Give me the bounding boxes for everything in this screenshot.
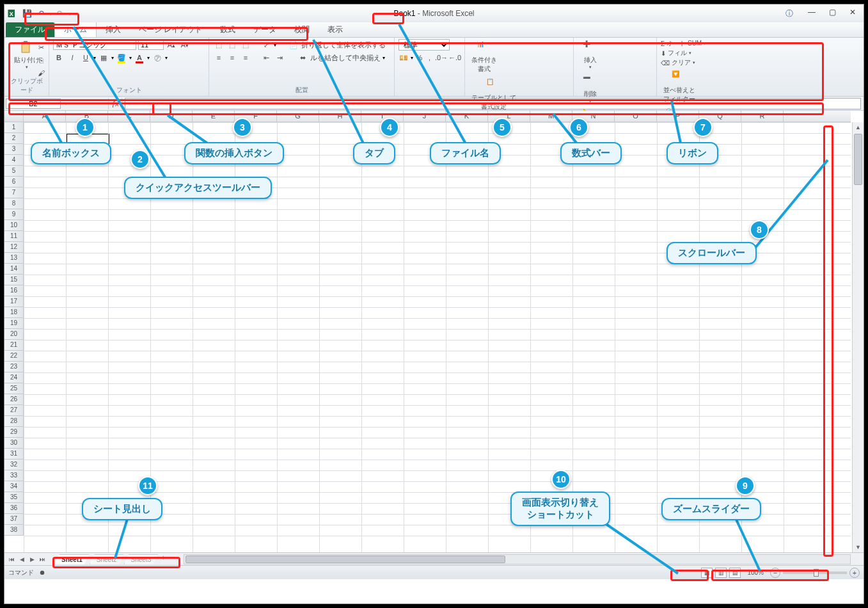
align-middle-icon[interactable]: ⬚ bbox=[226, 39, 238, 51]
bold-icon[interactable]: B bbox=[53, 52, 65, 63]
column-header[interactable]: O bbox=[615, 111, 657, 122]
border-icon[interactable]: ▦ bbox=[98, 52, 109, 63]
row-header[interactable]: 35 bbox=[4, 492, 23, 503]
redo-icon[interactable]: ↷ bbox=[54, 8, 66, 19]
view-pagelayout-button[interactable]: ▥ bbox=[715, 568, 727, 578]
sheet-nav-first[interactable]: ⏮ bbox=[7, 555, 16, 564]
row-header[interactable]: 2 bbox=[4, 133, 23, 144]
row-header[interactable]: 28 bbox=[4, 416, 23, 427]
autosum-button[interactable]: Σ オート SUM ▾ bbox=[661, 39, 706, 48]
column-header[interactable]: G bbox=[277, 111, 319, 122]
row-header[interactable]: 3 bbox=[4, 144, 23, 155]
row-header[interactable]: 32 bbox=[4, 460, 23, 470]
wrap-text-icon[interactable]: 📄 bbox=[288, 39, 299, 51]
row-header[interactable]: 20 bbox=[4, 329, 23, 340]
font-color-icon[interactable]: A bbox=[134, 52, 145, 63]
insert-cells-button[interactable]: ➕挿入▾ bbox=[578, 39, 603, 71]
row-header[interactable]: 23 bbox=[4, 362, 23, 372]
close-button[interactable]: ✕ bbox=[843, 6, 862, 19]
row-header[interactable]: 6 bbox=[4, 177, 23, 188]
row-header[interactable]: 37 bbox=[4, 514, 23, 525]
tab-pagelayout[interactable]: ページ レイアウト bbox=[130, 22, 211, 37]
font-name-select[interactable] bbox=[53, 40, 136, 50]
row-header[interactable]: 21 bbox=[4, 340, 23, 351]
format-as-table-button[interactable]: 📋テーブルとして 書式設定 bbox=[469, 77, 519, 113]
name-box[interactable] bbox=[6, 99, 61, 109]
maximize-button[interactable]: ▢ bbox=[823, 6, 842, 19]
zoom-out-button[interactable]: − bbox=[770, 568, 780, 578]
column-header[interactable]: C bbox=[108, 111, 150, 122]
tab-formulas[interactable]: 数式 bbox=[211, 22, 244, 37]
sheet-tab[interactable]: Sheet3 bbox=[124, 554, 159, 564]
row-header[interactable]: 27 bbox=[4, 405, 23, 416]
zoom-percent[interactable]: 100% bbox=[747, 569, 764, 576]
select-all-corner[interactable] bbox=[4, 111, 24, 122]
view-pagebreak-button[interactable]: ▤ bbox=[729, 568, 741, 578]
vscroll-thumb[interactable] bbox=[854, 134, 862, 185]
row-header[interactable]: 18 bbox=[4, 307, 23, 318]
decrease-font-icon[interactable]: A▾ bbox=[179, 39, 191, 51]
underline-icon[interactable]: U bbox=[80, 52, 91, 63]
tab-insert[interactable]: 挿入 bbox=[97, 22, 130, 37]
sheet-tab[interactable]: Sheet2 bbox=[90, 554, 124, 564]
row-header[interactable]: 4 bbox=[4, 155, 23, 166]
macro-record-icon[interactable]: ⏺ bbox=[39, 569, 45, 576]
increase-decimal-icon[interactable]: .0→ bbox=[436, 52, 447, 63]
cut-icon[interactable]: ✂ bbox=[35, 42, 47, 53]
column-header[interactable]: A bbox=[24, 111, 66, 122]
zoom-handle[interactable] bbox=[814, 569, 819, 577]
sort-filter-button[interactable]: 🔽並べ替えと フィルター bbox=[661, 69, 698, 105]
orientation-icon[interactable]: ⤢ bbox=[260, 39, 272, 51]
row-header[interactable]: 30 bbox=[4, 438, 23, 449]
row-header[interactable]: 1 bbox=[4, 122, 23, 133]
ruby-icon[interactable]: ㋐ bbox=[152, 52, 163, 63]
column-header[interactable]: M bbox=[530, 111, 572, 122]
align-left-icon[interactable]: ≡ bbox=[213, 52, 225, 63]
row-header[interactable]: 8 bbox=[4, 198, 23, 209]
row-header[interactable]: 11 bbox=[4, 231, 23, 242]
row-header[interactable]: 10 bbox=[4, 220, 23, 231]
tab-view[interactable]: 表示 bbox=[319, 22, 352, 37]
row-header[interactable]: 33 bbox=[4, 470, 23, 481]
save-icon[interactable]: 💾 bbox=[21, 8, 33, 19]
sheet-nav-prev[interactable]: ◀ bbox=[17, 555, 26, 564]
undo-icon[interactable]: ↶ bbox=[35, 8, 47, 19]
sheet-tab[interactable]: Sheet1 bbox=[54, 554, 90, 564]
row-header[interactable]: 29 bbox=[4, 427, 23, 438]
row-header[interactable]: 14 bbox=[4, 264, 23, 275]
column-header[interactable]: R bbox=[741, 111, 784, 122]
row-header[interactable]: 19 bbox=[4, 318, 23, 329]
italic-icon[interactable]: I bbox=[67, 52, 78, 63]
row-header[interactable]: 13 bbox=[4, 253, 23, 264]
increase-font-icon[interactable]: A▴ bbox=[166, 39, 177, 51]
row-header[interactable]: 36 bbox=[4, 503, 23, 514]
font-size-select[interactable] bbox=[138, 40, 164, 50]
row-header[interactable]: 34 bbox=[4, 481, 23, 492]
tab-review[interactable]: 校閲 bbox=[285, 22, 319, 37]
align-top-icon[interactable]: ⬚ bbox=[213, 39, 225, 51]
fill-button[interactable]: ⬇ フィル ▾ bbox=[661, 49, 706, 58]
clear-button[interactable]: ⌫ クリア ▾ bbox=[661, 58, 706, 67]
column-header[interactable]: E bbox=[193, 111, 235, 122]
row-header[interactable]: 38 bbox=[4, 525, 23, 536]
column-header[interactable]: P bbox=[657, 111, 699, 122]
minimize-button[interactable]: — bbox=[802, 6, 821, 19]
view-normal-button[interactable]: ▦ bbox=[701, 568, 713, 578]
column-header[interactable]: K bbox=[446, 111, 488, 122]
row-header[interactable]: 22 bbox=[4, 351, 23, 362]
column-header[interactable]: J bbox=[404, 111, 446, 122]
sheet-nav-next[interactable]: ▶ bbox=[28, 555, 36, 564]
zoom-in-button[interactable]: + bbox=[849, 568, 860, 578]
comma-icon[interactable]: , bbox=[425, 52, 434, 63]
row-header[interactable]: 31 bbox=[4, 449, 23, 460]
conditional-format-button[interactable]: 📊条件付き 書式 bbox=[469, 39, 500, 75]
help-icon[interactable]: ⓘ bbox=[785, 8, 793, 19]
insert-function-button[interactable]: ƒx bbox=[108, 98, 122, 109]
tab-file[interactable]: ファイル bbox=[6, 22, 54, 37]
sheet-nav-last[interactable]: ⏭ bbox=[38, 555, 47, 564]
align-right-icon[interactable]: ≡ bbox=[240, 52, 251, 63]
format-painter-icon[interactable]: 🖌 bbox=[35, 67, 47, 79]
delete-cells-button[interactable]: ➖削除▾ bbox=[578, 73, 603, 105]
currency-icon[interactable]: 💴 bbox=[398, 52, 409, 63]
hscroll-thumb[interactable] bbox=[185, 556, 505, 563]
